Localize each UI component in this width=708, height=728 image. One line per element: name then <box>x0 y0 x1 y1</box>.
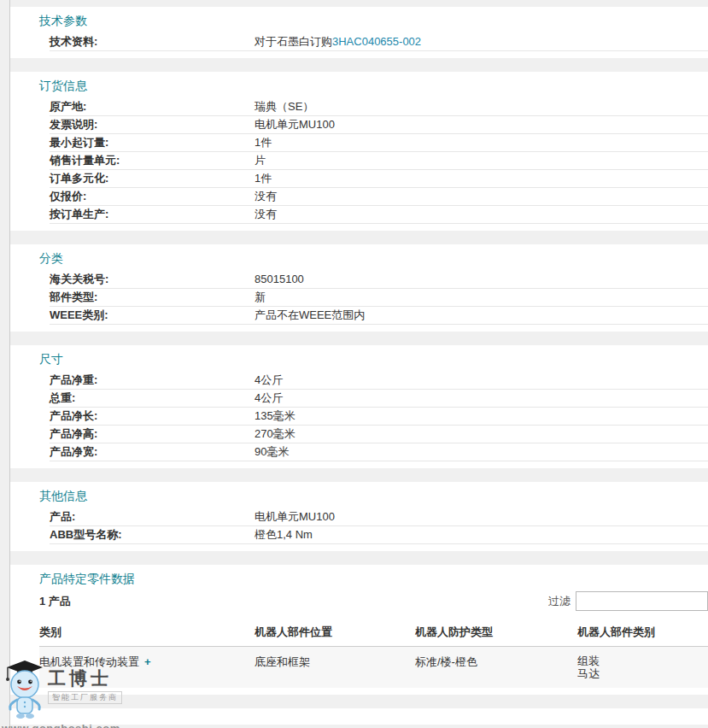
filter-control: 过滤 <box>548 591 708 611</box>
field-row-product: 产品: 电机单元MU100 <box>50 508 708 526</box>
field-row-weee-category: WEEE类别: 产品不在WEEE范围内 <box>50 307 708 325</box>
field-value: 4公斤 <box>255 373 708 386</box>
section-ordering-info: 订货信息 原产地: 瑞典（SE） 发票说明: 电机单元MU100 最小起订量: … <box>10 72 708 231</box>
field-row-net-weight: 产品净重: 4公斤 <box>50 372 708 390</box>
field-value: 产品不在WEEE范围内 <box>255 308 708 321</box>
parts-meta-row: 1 产品 过滤 <box>39 591 708 611</box>
field-label: 产品净高: <box>50 427 255 440</box>
section-title-product-specific-parts: 产品特定零件数据 <box>39 572 708 586</box>
field-row-invoice-desc: 发票说明: 电机单元MU100 <box>50 116 708 134</box>
field-row-gross-weight: 总重: 4公斤 <box>50 390 708 408</box>
section-title-other-info: 其他信息 <box>39 489 708 503</box>
content-column: 技术参数 技术资料: 对于石墨白订购3HAC040655-002 订货信息 原产… <box>9 0 708 728</box>
section-title-dimensions: 尺寸 <box>39 352 708 367</box>
table-row: 电机装置和传动装置+ 底座和框架 标准/楼-橙色 组装 马达 <box>39 647 708 688</box>
field-row-customs-code: 海关关税号: 85015100 <box>50 271 708 289</box>
field-label: 产品净重: <box>50 373 255 386</box>
field-value: 电机单元MU100 <box>255 510 708 523</box>
field-value: 橙色1,4 Nm <box>255 528 708 541</box>
field-label: 发票说明: <box>50 118 255 131</box>
field-value: 新 <box>255 291 708 303</box>
field-label: 原产地: <box>50 100 255 113</box>
field-value: 没有 <box>255 208 708 220</box>
field-value: 1件 <box>255 136 708 149</box>
field-row-part-type: 部件类型: 新 <box>50 289 708 307</box>
watermark-top: ® 工博士 智能工厂服务商 <box>2 656 130 721</box>
field-label: 产品: <box>50 510 255 523</box>
field-value: 135毫米 <box>255 409 708 422</box>
field-row-net-length: 产品净长: 135毫米 <box>50 408 708 426</box>
column-header-robot-part-position: 机器人部件位置 <box>255 625 415 640</box>
section-dimensions: 尺寸 产品净重: 4公斤 总重: 4公斤 产品净长: 135毫米 产品净高: 2… <box>10 345 708 468</box>
field-label: ABB型号名称: <box>50 528 255 541</box>
field-label: 按订单生产: <box>50 208 255 220</box>
part-class-line: 马达 <box>577 667 708 680</box>
parts-table: 类别 机器人部件位置 机器人防护类型 机器人部件类别 电机装置和传动装置+ 底座… <box>39 619 708 688</box>
field-row-order-multiple: 订单多元化: 1件 <box>50 170 708 188</box>
expand-plus-icon[interactable]: + <box>144 655 151 668</box>
field-row-quote-only: 仅报价: 没有 <box>50 188 708 206</box>
product-count: 1 产品 <box>39 594 71 609</box>
field-row-origin: 原产地: 瑞典（SE） <box>50 98 708 116</box>
field-label: 订单多元化: <box>50 172 255 185</box>
field-value: 4公斤 <box>255 391 708 404</box>
brand-name: 工博士 <box>48 670 122 688</box>
field-label: 部件类型: <box>50 291 255 303</box>
column-header-category: 类别 <box>39 625 255 640</box>
section-title-classification: 分类 <box>39 251 708 266</box>
cell-position: 底座和框架 <box>255 655 415 680</box>
field-row-abb-type-name: ABB型号名称: 橙色1,4 Nm <box>50 526 708 544</box>
document-link[interactable]: 3HAC040655-002 <box>332 35 421 48</box>
field-value: 270毫米 <box>255 427 708 440</box>
field-row-sales-unit: 销售计量单元: 片 <box>50 152 708 170</box>
filter-label: 过滤 <box>548 594 570 609</box>
cell-protection: 标准/楼-橙色 <box>415 655 577 680</box>
brand-tagline: 智能工厂服务商 <box>48 691 122 704</box>
field-value: 90毫米 <box>255 445 708 458</box>
section-title-ordering-info: 订货信息 <box>39 79 708 93</box>
field-label: 最小起订量: <box>50 136 255 149</box>
column-header-robot-protection-type: 机器人防护类型 <box>415 625 577 640</box>
field-label: 产品净长: <box>50 409 255 422</box>
part-class-line: 组装 <box>577 655 708 667</box>
field-label: WEEE类别: <box>50 308 255 321</box>
site-url: www.gongboshi.com <box>2 723 130 728</box>
field-value: 1件 <box>255 172 708 185</box>
field-label: 技术资料: <box>50 35 255 48</box>
mascot-icon <box>2 656 48 721</box>
parts-table-header: 类别 机器人部件位置 机器人防护类型 机器人部件类别 <box>39 619 708 647</box>
column-header-robot-part-class: 机器人部件类别 <box>577 625 708 640</box>
field-label: 海关关税号: <box>50 273 255 285</box>
field-label: 仅报价: <box>50 190 255 203</box>
field-value: 对于石墨白订购3HAC040655-002 <box>255 35 708 48</box>
field-value: 电机单元MU100 <box>255 118 708 131</box>
field-row-made-to-order: 按订单生产: 没有 <box>50 206 708 224</box>
section-other-info: 其他信息 产品: 电机单元MU100 ABB型号名称: 橙色1,4 Nm <box>10 482 708 551</box>
field-label: 产品净宽: <box>50 445 255 458</box>
filter-input[interactable] <box>576 591 708 611</box>
field-value: 85015100 <box>255 273 708 285</box>
field-row-net-width: 产品净宽: 90毫米 <box>50 443 708 461</box>
field-row-net-height: 产品净高: 270毫米 <box>50 426 708 443</box>
field-value: 瑞典（SE） <box>255 100 708 113</box>
doc-text: 对于石墨白订购 <box>255 35 332 48</box>
field-label: 销售计量单元: <box>50 154 255 167</box>
section-technical-parameters: 技术参数 技术资料: 对于石墨白订购3HAC040655-002 <box>10 7 708 58</box>
field-label: 总重: <box>50 391 255 404</box>
field-value: 没有 <box>255 190 708 203</box>
product-detail-page: 技术参数 技术资料: 对于石墨白订购3HAC040655-002 订货信息 原产… <box>0 0 708 728</box>
cell-part-class: 组装 马达 <box>577 655 708 680</box>
field-value: 片 <box>255 154 708 167</box>
watermark-text-block: ® 工博士 智能工厂服务商 <box>48 656 122 704</box>
watermark-logo: ® 工博士 智能工厂服务商 www.gongboshi.com <box>2 656 130 728</box>
section-classification: 分类 海关关税号: 85015100 部件类型: 新 WEEE类别: 产品不在W… <box>10 244 708 332</box>
field-row-technical-docs: 技术资料: 对于石墨白订购3HAC040655-002 <box>50 33 708 51</box>
section-title-technical-parameters: 技术参数 <box>39 14 708 28</box>
field-row-min-order: 最小起订量: 1件 <box>50 134 708 152</box>
